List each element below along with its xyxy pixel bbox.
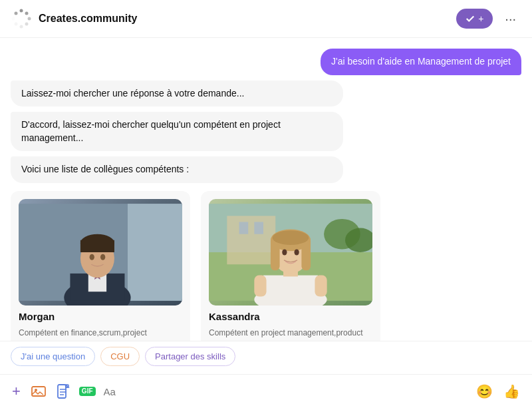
person-photo-morgan — [19, 199, 182, 306]
svg-rect-48 — [58, 385, 66, 398]
svg-point-2 — [28, 17, 31, 21]
person-skills-kassandra: Compétent en project management,product … — [209, 327, 372, 341]
svg-rect-23 — [254, 222, 263, 234]
more-button[interactable]: ··· — [499, 9, 521, 29]
thumb-icon: 👍 — [503, 383, 520, 399]
svg-point-5 — [15, 23, 18, 26]
svg-rect-27 — [263, 276, 318, 303]
svg-point-0 — [20, 9, 23, 13]
quick-reply-skills[interactable]: Partager des skills — [145, 347, 235, 366]
person-photo-kassandra — [209, 199, 372, 306]
cards-row: Morgan Compétent en finance,scrum,projec… — [11, 191, 521, 341]
svg-rect-29 — [315, 276, 327, 297]
logo-icon — [11, 8, 32, 29]
svg-point-1 — [25, 12, 29, 15]
bot-message-3: Voici une liste de collègues compétents … — [11, 156, 521, 183]
input-icons-right: 😊 👍 — [475, 382, 521, 401]
svg-point-35 — [273, 230, 309, 245]
bot-bubble-2: D'accord, laissez-moi chercher quelqu'un… — [11, 112, 343, 151]
check-icon — [466, 14, 475, 23]
quick-replies: J'ai une question CGU Partager des skill… — [0, 341, 532, 374]
plus-icon: + — [12, 383, 21, 400]
svg-rect-28 — [254, 276, 266, 297]
quick-reply-cgu[interactable]: CGU — [100, 347, 140, 366]
photo-icon — [31, 384, 46, 399]
svg-rect-16 — [80, 240, 114, 252]
header-right: + ··· — [456, 9, 521, 29]
thumb-button[interactable]: 👍 — [502, 382, 521, 401]
svg-point-17 — [90, 254, 94, 260]
emoji-icon: 😊 — [476, 383, 493, 399]
person-name-morgan: Morgan — [19, 311, 182, 322]
plus-button[interactable]: + — [11, 381, 22, 401]
header: Creates.community + ··· — [0, 0, 532, 38]
header-left: Creates.community — [11, 8, 138, 29]
check-button[interactable]: + — [456, 9, 493, 29]
svg-point-37 — [294, 249, 299, 255]
bot-message-2: D'accord, laissez-moi chercher quelqu'un… — [11, 112, 521, 151]
document-icon — [57, 384, 70, 399]
svg-point-4 — [20, 25, 23, 29]
svg-rect-9 — [128, 204, 182, 301]
chat-area: J'ai besoin d'aide en Management de proj… — [0, 38, 532, 341]
svg-point-7 — [15, 12, 18, 15]
person-skills-morgan: Compétent en finance,scrum,project manag… — [19, 327, 182, 341]
svg-point-6 — [12, 17, 15, 21]
message-input[interactable] — [104, 386, 467, 397]
quick-reply-question[interactable]: J'ai une question — [11, 347, 95, 366]
photo-button[interactable] — [30, 383, 47, 400]
user-message: J'ai besoin d'aide en Management de proj… — [11, 49, 521, 75]
morgan-photo-svg — [19, 199, 182, 306]
svg-point-18 — [100, 254, 105, 260]
input-bar: + GIF 😊 👍 — [0, 374, 532, 408]
svg-rect-22 — [239, 222, 249, 234]
check-label: + — [478, 13, 483, 24]
app-title: Creates.community — [39, 13, 138, 25]
person-card-morgan: Morgan Compétent en finance,scrum,projec… — [11, 191, 190, 341]
document-button[interactable] — [55, 383, 71, 400]
person-card-kassandra: Kassandra Compétent en project managemen… — [201, 191, 380, 341]
kassandra-photo-svg — [209, 199, 372, 306]
gif-button[interactable]: GIF — [79, 387, 96, 396]
svg-point-36 — [282, 249, 287, 255]
svg-point-3 — [25, 23, 29, 26]
svg-rect-21 — [227, 216, 275, 264]
input-icons-left: + GIF — [11, 381, 96, 401]
person-name-kassandra: Kassandra — [209, 311, 372, 322]
emoji-button[interactable]: 😊 — [475, 382, 494, 401]
gif-icon: GIF — [82, 388, 93, 395]
bot-message-1: Laissez-moi chercher une réponse à votre… — [11, 81, 521, 107]
bot-bubble-3: Voici une liste de collègues compétents … — [11, 156, 343, 183]
bot-bubble-1: Laissez-moi chercher une réponse à votre… — [11, 81, 343, 107]
user-bubble: J'ai besoin d'aide en Management de proj… — [321, 49, 521, 75]
